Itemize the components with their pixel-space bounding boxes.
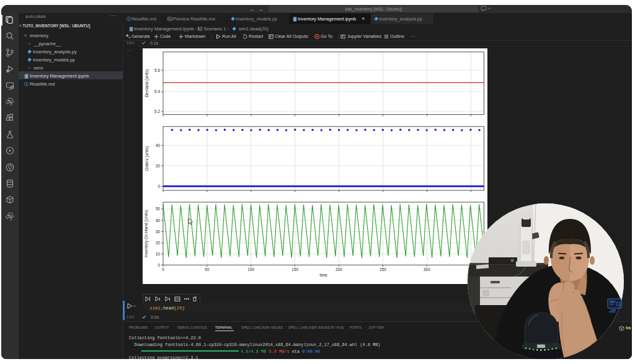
svg-text:250: 250 [380,267,386,272]
svg-text:0: 0 [162,267,164,272]
svg-text:10: 10 [156,252,161,256]
svg-text:Orders (units): Orders (units) [144,146,149,171]
svg-text:50: 50 [205,267,210,272]
svg-text:0: 0 [158,263,160,267]
svg-text:20: 20 [156,241,161,245]
svg-text:300: 300 [424,267,430,272]
svg-text:5.6: 5.6 [154,68,160,73]
svg-text:150: 150 [291,267,298,272]
svg-text:5.4: 5.4 [154,89,160,94]
svg-text:0: 0 [158,184,160,189]
svg-text:5.2: 5.2 [154,109,160,113]
svg-text:30: 30 [156,229,161,234]
svg-text:200: 200 [335,267,342,272]
svg-text:Inventory On Hand (Units): Inventory On Hand (Units) [144,210,149,257]
svg-text:20: 20 [156,164,161,168]
svg-text:100: 100 [247,267,254,272]
svg-text:40: 40 [156,218,161,223]
svg-text:50: 50 [156,206,161,211]
svg-text:time: time [320,273,328,277]
svg-text:Demand (units): Demand (units) [144,69,149,97]
svg-text:40: 40 [156,143,161,148]
